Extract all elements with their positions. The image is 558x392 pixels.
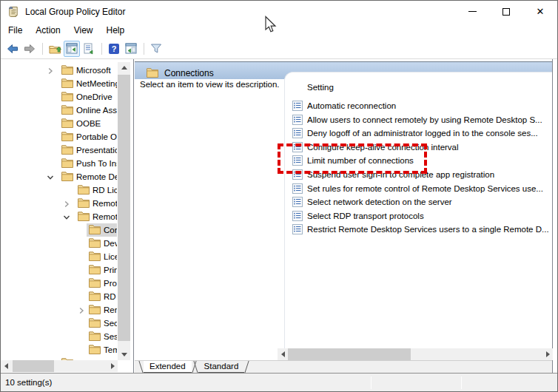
setting-row-select-rdp-transport-protocols[interactable]: Select RDP transport protocols [285, 209, 551, 223]
tree-item-profiles[interactable]: Profiles [1, 277, 117, 290]
folder-icon [78, 198, 90, 208]
console-tree-pane: MicrosoftNetMeetingOneDriveOnline Assist… [1, 59, 134, 373]
tab-standard[interactable]: Standard [198, 361, 245, 373]
status-text: 10 setting(s) [5, 374, 52, 391]
tab-extended[interactable]: Extended [144, 361, 192, 373]
menu-action[interactable]: Action [29, 23, 67, 38]
setting-label: Allow users to connect remotely by using… [307, 113, 549, 127]
tree-item-label: Security [104, 317, 117, 330]
menu-view[interactable]: View [67, 23, 100, 38]
setting-label: Set rules for remote control of Remote D… [307, 182, 549, 196]
setting-label: Automatic reconnection [307, 99, 549, 113]
tree-item-presentation-settings[interactable]: Presentation Settings [1, 143, 117, 157]
tree-item-label: OneDrive [76, 90, 112, 104]
tree-item-label: Profiles [104, 277, 117, 290]
setting-label: Restrict Remote Desktop Services users t… [307, 223, 549, 237]
local-group-policy-editor-window: Local Group Policy Editor ✕ FileActionVi… [0, 0, 558, 392]
help-button[interactable]: ? [106, 41, 122, 57]
policy-setting-icon [292, 115, 303, 125]
scroll-left-button[interactable] [278, 348, 288, 360]
setting-row-select-network-detection-on-the-server[interactable]: Select network detection on the server [285, 195, 551, 209]
chevron-right-icon[interactable] [47, 67, 54, 74]
tree-item-label: Remote Desktop Session Host [93, 210, 117, 223]
scroll-right-button[interactable] [542, 348, 553, 360]
menu-file[interactable]: File [1, 23, 29, 38]
tree-item-netmeeting[interactable]: NetMeeting [1, 77, 117, 90]
mouse-cursor [264, 16, 277, 34]
maximize-button[interactable] [489, 1, 523, 22]
tree-horizontal-scrollbar[interactable] [1, 360, 118, 372]
setting-row-restrict-remote-desktop-services-users-t[interactable]: Restrict Remote Desktop Services users t… [285, 223, 551, 237]
tree-item-onedrive[interactable]: OneDrive [1, 90, 117, 104]
chevron-right-icon[interactable] [63, 200, 70, 207]
tree-item-microsoft[interactable]: Microsoft [1, 64, 117, 77]
setting-row-allow-users-to-connect-remotely-by-using[interactable]: Allow users to connect remotely by using… [285, 113, 551, 127]
tree-item-printer-redirection[interactable]: Printer Redirection [1, 263, 117, 277]
setting-row-automatic-reconnection[interactable]: Automatic reconnection [285, 99, 551, 113]
tree-item-remote-session-environment[interactable]: Remote Session Environment [1, 303, 117, 317]
tree-vertical-scrollbar[interactable] [118, 62, 130, 360]
tree-item-session-time-limits[interactable]: Session Time Limits [1, 330, 117, 343]
scroll-down-button[interactable] [118, 349, 130, 360]
tree-item-online-assistance[interactable]: Online Assistance [1, 104, 117, 117]
tree-item-device-and-resource-redirection[interactable]: Device and Resource Redirection [1, 237, 117, 250]
tree-item-licensing[interactable]: Licensing [1, 250, 117, 263]
filter-button[interactable] [148, 41, 164, 57]
scrollbar-thumb[interactable] [288, 348, 411, 360]
setting-column-header[interactable]: Setting [307, 83, 334, 92]
folder-icon [61, 145, 73, 155]
tree-item-remote-desktop-session-host[interactable]: Remote Desktop Session Host [1, 210, 117, 223]
folder-icon [89, 305, 101, 314]
view-tabs: ExtendedStandard [135, 360, 552, 373]
tree-item-rd-connection-broker[interactable]: RD Connection Broker [1, 290, 117, 303]
policy-setting-icon [292, 183, 303, 194]
back-button[interactable] [4, 41, 21, 57]
tree-item-label: Microsoft [76, 64, 111, 77]
scroll-up-button[interactable] [118, 62, 130, 73]
tree-item-remote-desktop-services[interactable]: Remote Desktop Services [1, 170, 117, 183]
list-horizontal-scrollbar[interactable] [278, 348, 553, 360]
chevron-down-icon[interactable] [47, 173, 54, 180]
scroll-left-button[interactable] [1, 360, 11, 372]
setting-row-deny-logoff-of-an-administrator-logged-i[interactable]: Deny logoff of an administrator logged i… [285, 126, 551, 141]
policy-setting-icon [292, 197, 303, 207]
export-list-button[interactable] [81, 41, 97, 57]
scroll-right-icon [111, 363, 115, 369]
export-list-icon [83, 43, 95, 55]
tree-item-label: Remote Desktop Services [76, 170, 117, 183]
filter-icon [150, 43, 162, 54]
up-one-level-button[interactable] [47, 41, 63, 57]
scrollbar-thumb[interactable] [118, 75, 130, 341]
tree-item-security[interactable]: Security [1, 317, 117, 330]
scrollbar-thumb[interactable] [13, 360, 54, 372]
status-bar: 10 setting(s) [1, 373, 557, 392]
close-button[interactable]: ✕ [523, 1, 557, 22]
folder-icon [89, 278, 101, 288]
policy-setting-icon [292, 211, 303, 221]
tree-item-connections[interactable]: Connections [1, 223, 117, 237]
tree-item-push-to-install[interactable]: Push To Install [1, 157, 117, 170]
folder-icon [78, 185, 90, 195]
tree-item-temporary-folders[interactable]: Temporary folders [1, 343, 117, 356]
scroll-right-icon [546, 351, 550, 357]
chevron-down-icon[interactable] [63, 213, 70, 220]
toolbar-separator [101, 43, 102, 55]
settings-panel: Setting Automatic reconnectionAllow user… [284, 72, 552, 360]
forward-button[interactable] [21, 41, 38, 57]
tree-item-rd-licensing[interactable]: RD Licensing [1, 183, 117, 197]
setting-row-set-rules-for-remote-control-of-remote-d[interactable]: Set rules for remote control of Remote D… [285, 182, 551, 196]
maximize-icon [502, 8, 510, 16]
tree-item-remote-desktop-connection-client[interactable]: Remote Desktop Connection Client [1, 197, 117, 210]
menu-help[interactable]: Help [100, 23, 132, 38]
minimize-button[interactable] [455, 1, 489, 22]
description-text: Select an item to view its description. [140, 79, 282, 90]
show-console-tree-button[interactable] [64, 41, 80, 57]
tree-item-portable-operating-system[interactable]: Portable Operating System [1, 130, 117, 143]
show-window-button[interactable] [123, 41, 139, 57]
tree-item-label: RD Licensing [93, 183, 117, 197]
help-icon: ? [109, 44, 119, 54]
scroll-right-button[interactable] [107, 360, 118, 372]
toolbar-separator [144, 43, 144, 55]
chevron-right-icon[interactable] [78, 306, 85, 314]
tree-item-oobe[interactable]: OOBE [1, 117, 117, 130]
